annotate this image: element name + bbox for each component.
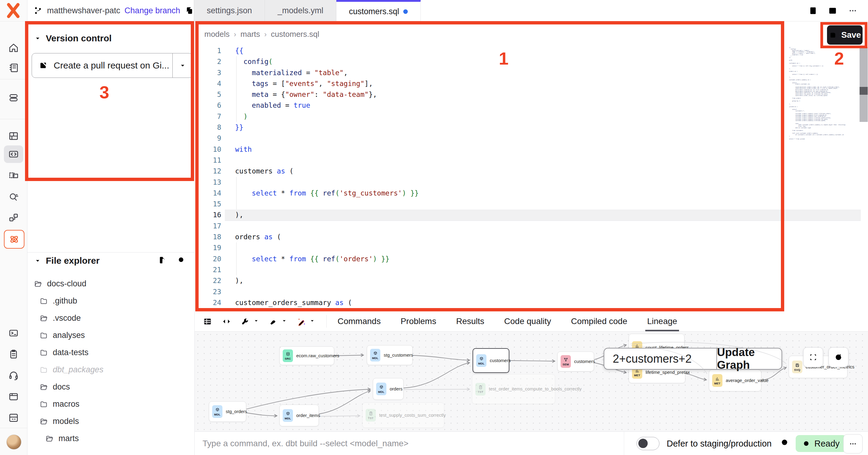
panel-tab-results[interactable]: Results	[456, 311, 484, 331]
copy-icon[interactable]	[184, 6, 194, 16]
lineage-query-input[interactable]: 2+customers+2	[604, 348, 716, 369]
frames-icon	[8, 170, 19, 181]
chevron-down-icon[interactable]	[281, 317, 287, 324]
rail-item-link[interactable]	[4, 209, 23, 226]
change-branch-link[interactable]: Change branch	[124, 6, 180, 16]
pull-request-dropdown-caret[interactable]	[173, 53, 193, 78]
panel-tab-code-quality[interactable]: Code quality	[504, 311, 551, 331]
lineage-node-customers-model[interactable]: MDL customers	[472, 348, 509, 373]
file-tree-item-.github[interactable]: .github	[27, 292, 194, 310]
panel-tab-problems[interactable]: Problems	[401, 311, 436, 331]
code-text[interactable]: {{ config( materialized = "table", tags …	[235, 45, 418, 308]
code-line: orders as (	[235, 231, 418, 242]
minimap[interactable]: {{ config( materialized = "table", tags …	[789, 47, 843, 140]
lineage-canvas[interactable]: SRC ecom.raw_customers MDL stg_customers…	[195, 331, 868, 431]
rail-item-atom[interactable]	[4, 230, 24, 249]
file-tree-item-.vscode[interactable]: .vscode	[27, 310, 194, 327]
command-input[interactable]: Type a command, ex. dbt build --select <…	[203, 432, 408, 455]
fullscreen-button[interactable]	[803, 347, 823, 367]
rail-item-code[interactable]	[4, 145, 23, 163]
journal-icon[interactable]	[807, 6, 817, 16]
panel-tab-lineage[interactable]: Lineage	[647, 311, 677, 331]
lineage-node-average-order-value[interactable]: MET average_order_value	[709, 370, 761, 391]
results-table-icon[interactable]	[203, 316, 213, 326]
refresh-graph-button[interactable]	[829, 347, 848, 367]
file-tree-item-docs[interactable]: docs	[27, 378, 194, 396]
lineage-node-stg-customers[interactable]: MDL stg_customers	[367, 345, 412, 365]
create-pull-request-button[interactable]: Create a pull request on Gi...	[32, 53, 193, 78]
lineage-selector-panel[interactable]: 2+customers+2 Update Graph	[604, 348, 782, 370]
folder-icon	[39, 331, 48, 340]
file-tree-item-docs-cloud[interactable]: docs-cloud	[27, 275, 194, 292]
rail-item-book[interactable]	[4, 59, 23, 77]
node-badge-src: SRC	[283, 349, 293, 362]
node-label: stg_orders	[226, 409, 247, 415]
lineage-node-test-supply-costs[interactable]: TST test_supply_costs_sum_correctly	[362, 402, 444, 428]
line-number: 7	[195, 111, 221, 122]
sem-glyph-icon	[563, 357, 568, 362]
lineage-node-test-order-items[interactable]: TST test_order_items_compute_to_bools_co…	[472, 374, 555, 404]
rail-item-frames[interactable]	[4, 167, 23, 184]
lineage-node-orders-model[interactable]: MDL orders	[373, 378, 404, 400]
editor-scrollbar[interactable]	[860, 47, 868, 122]
node-badge-tst: TST	[366, 409, 376, 422]
tab-settings.json[interactable]: settings.json	[194, 0, 265, 21]
rail-item-grid[interactable]	[4, 127, 23, 145]
breadcrumb-item[interactable]: customers.sql	[271, 30, 319, 39]
file-tree-item-data-tests[interactable]: data-tests	[27, 344, 194, 361]
defer-toggle[interactable]	[637, 437, 659, 450]
update-graph-button[interactable]: Update Graph	[717, 348, 781, 369]
tab-customers.sql[interactable]: customers.sql	[336, 0, 421, 21]
file-explorer-header[interactable]: File explorer	[34, 256, 99, 266]
rail-item-cal[interactable]	[4, 409, 23, 426]
code-view-icon[interactable]	[221, 316, 231, 326]
rail-item-head[interactable]	[4, 367, 23, 384]
file-tree-item-models[interactable]: models	[27, 413, 194, 430]
folder-icon	[39, 366, 48, 374]
overflow-menu-icon[interactable]	[848, 6, 858, 16]
tab-_models.yml[interactable]: _models.yml	[265, 0, 336, 21]
status-badge[interactable]: Ready	[796, 435, 846, 452]
file-tree-item-dbt_packages[interactable]: dbt_packages	[27, 361, 194, 378]
split-editor-icon[interactable]	[828, 6, 838, 16]
rail-item-clip[interactable]	[4, 345, 23, 363]
panel-tab-commands[interactable]: Commands	[338, 311, 381, 331]
lineage-node-stg-orders[interactable]: MDL stg_orders	[209, 401, 246, 422]
code-line: select * from {{ ref('stg_customers') }}	[235, 188, 418, 199]
breadcrumb-item[interactable]: models	[204, 30, 230, 39]
rail-item-home[interactable]	[4, 39, 23, 57]
breadcrumb-item[interactable]: marts	[241, 30, 260, 39]
version-control-header[interactable]: Version control	[34, 33, 112, 44]
node-badge-sem: SEM	[561, 355, 571, 368]
ai-wand-icon[interactable]	[297, 316, 307, 326]
lineage-node-ecom-raw-customers[interactable]: SRC ecom.raw_customers	[279, 346, 334, 365]
rail-item-searchcode[interactable]	[4, 188, 23, 205]
build-tools-wrench-icon[interactable]	[241, 316, 250, 326]
file-tree-item-marts[interactable]: marts	[27, 430, 194, 447]
save-button[interactable]: Save	[827, 25, 863, 45]
search-files-icon[interactable]	[177, 256, 186, 265]
folder-label: analyses	[53, 331, 85, 340]
refresh-icon	[834, 352, 843, 362]
rail-item-browser[interactable]	[4, 388, 23, 405]
file-tree-item-analyses[interactable]: analyses	[27, 327, 194, 344]
panel-tab-compiled-code[interactable]: Compiled code	[571, 311, 627, 331]
help-question-icon[interactable]	[781, 438, 788, 448]
lineage-node-order-items[interactable]: MDL order_items	[279, 405, 319, 426]
node-label: orders	[390, 386, 403, 392]
rail-item-term[interactable]	[4, 324, 23, 342]
chevron-down-icon[interactable]	[253, 317, 259, 324]
file-tree-item-macros[interactable]: macros	[27, 396, 194, 413]
more-options-button[interactable]	[843, 434, 863, 454]
new-tab-plus-icon[interactable]	[787, 6, 797, 16]
user-avatar[interactable]	[6, 434, 22, 450]
cleanup-broom-icon[interactable]	[269, 316, 278, 326]
topbar-actions	[787, 0, 858, 21]
lineage-node-customers-semantic[interactable]: SEM customers	[557, 351, 594, 371]
file-explorer-title: File explorer	[46, 256, 99, 266]
rail-item-db[interactable]	[4, 89, 23, 107]
code-editor[interactable]: models›marts›customers.sql 1234567891011…	[195, 21, 868, 311]
chevron-down-icon[interactable]	[309, 317, 315, 324]
scrollbar-thumb[interactable]	[860, 87, 868, 95]
new-file-icon[interactable]	[158, 256, 167, 265]
